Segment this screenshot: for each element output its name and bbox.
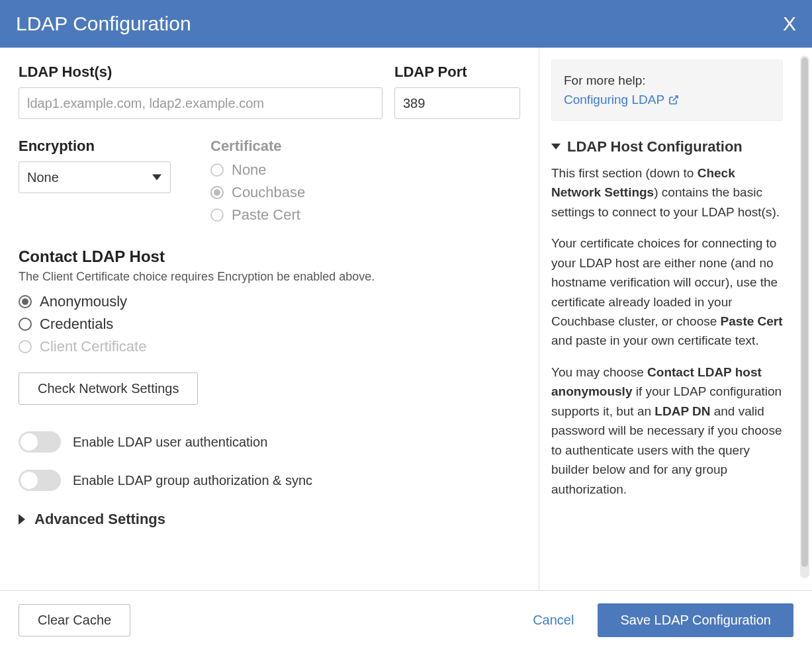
cert-option-pastecert-label: Paste Cert — [232, 206, 300, 224]
radio-icon — [19, 340, 32, 353]
cert-option-none: None — [210, 161, 305, 179]
close-icon[interactable]: X — [783, 13, 796, 35]
radio-icon — [210, 208, 224, 222]
help-more-box: For more help: Configuring LDAP — [551, 60, 783, 121]
save-ldap-configuration-button[interactable]: Save LDAP Configuration — [598, 603, 793, 637]
radio-icon — [210, 163, 224, 177]
help-paragraph-1: This first section (down to Check Networ… — [551, 163, 783, 222]
cert-option-pastecert: Paste Cert — [210, 206, 305, 224]
enable-group-sync-row: Enable LDAP group authorization & sync — [19, 470, 520, 491]
contact-clientcert-label: Client Certificate — [40, 338, 146, 355]
contact-ldap-heading: Contact LDAP Host — [19, 247, 520, 266]
enable-group-sync-label: Enable LDAP group authorization & sync — [73, 473, 312, 488]
cancel-button[interactable]: Cancel — [533, 613, 574, 628]
contact-option-clientcert: Client Certificate — [19, 338, 520, 355]
modal-body: LDAP Host(s) LDAP Port Encryption None C… — [0, 48, 812, 590]
encryption-select[interactable]: None — [19, 161, 171, 193]
contact-anon-label: Anonymously — [40, 293, 127, 310]
radio-icon — [19, 295, 32, 308]
contact-cred-label: Credentials — [40, 316, 113, 333]
advanced-settings-label: Advanced Settings — [34, 511, 165, 528]
svg-line-0 — [673, 96, 678, 101]
configuring-ldap-link[interactable]: Configuring LDAP — [564, 90, 679, 109]
configuring-ldap-link-label: Configuring LDAP — [564, 90, 664, 109]
encryption-label: Encryption — [19, 138, 171, 155]
advanced-settings-toggle[interactable]: Advanced Settings — [19, 511, 520, 528]
contact-option-anonymously[interactable]: Anonymously — [19, 293, 520, 310]
contact-ldap-subtitle: The Client Certificate choice requires E… — [19, 270, 520, 284]
scrollbar[interactable] — [800, 56, 809, 578]
ldap-host-label: LDAP Host(s) — [19, 64, 383, 81]
check-network-settings-button[interactable]: Check Network Settings — [19, 372, 198, 405]
contact-option-credentials[interactable]: Credentials — [19, 316, 520, 333]
form-panel: LDAP Host(s) LDAP Port Encryption None C… — [0, 48, 539, 590]
ldap-port-label: LDAP Port — [394, 64, 520, 81]
help-paragraph-3: You may choose Contact LDAP host anonymo… — [551, 363, 783, 499]
help-paragraph-2: Your certificate choices for connecting … — [551, 234, 783, 351]
enable-user-auth-row: Enable LDAP user authentication — [19, 431, 520, 453]
caret-right-icon — [19, 514, 25, 525]
cert-option-couchbase-label: Couchbase — [232, 184, 305, 201]
help-more-text: For more help: — [564, 71, 770, 90]
ldap-host-input[interactable] — [19, 87, 383, 119]
caret-down-icon — [551, 144, 561, 150]
radio-icon — [19, 318, 32, 331]
certificate-label: Certificate — [210, 138, 305, 155]
enable-group-sync-toggle[interactable] — [19, 470, 61, 491]
cert-option-couchbase: Couchbase — [210, 184, 305, 201]
help-section-ldap-host-config[interactable]: LDAP Host Configuration — [551, 136, 783, 158]
external-link-icon — [668, 95, 679, 105]
modal-footer: Clear Cache Cancel Save LDAP Configurati… — [0, 590, 812, 650]
enable-user-auth-label: Enable LDAP user authentication — [73, 435, 267, 450]
modal-title: LDAP Configuration — [16, 13, 191, 35]
enable-user-auth-toggle[interactable] — [19, 431, 61, 453]
radio-icon — [210, 186, 224, 199]
ldap-port-input[interactable] — [394, 87, 520, 119]
help-section-title-label: LDAP Host Configuration — [567, 136, 743, 158]
cert-option-none-label: None — [232, 161, 267, 179]
help-panel: For more help: Configuring LDAP LDAP Hos… — [539, 48, 791, 590]
clear-cache-button[interactable]: Clear Cache — [19, 604, 130, 636]
modal-header: LDAP Configuration X — [0, 0, 812, 48]
